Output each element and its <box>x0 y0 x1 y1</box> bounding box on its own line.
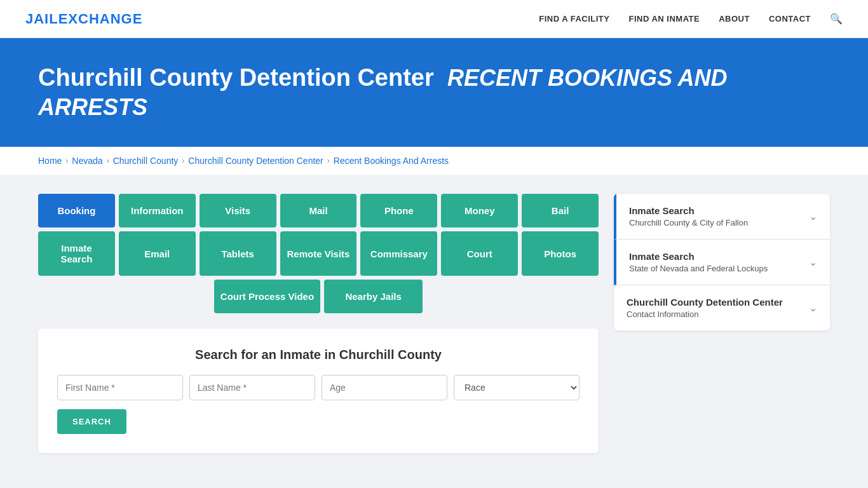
breadcrumb-nevada[interactable]: Nevada <box>72 156 102 166</box>
btn-bail[interactable]: Bail <box>522 194 599 227</box>
breadcrumb-current: Recent Bookings And Arrests <box>334 156 449 166</box>
logo-part2: EXCHANGE <box>58 11 143 27</box>
sidebar-item-1-title: Inmate Search <box>629 251 768 262</box>
sidebar-item-2-sub: Contact Information <box>627 309 783 319</box>
age-input[interactable] <box>322 375 447 400</box>
sidebar-item-0-sub: Churchill County & City of Fallon <box>629 218 748 227</box>
chevron-down-icon-0: ⌄ <box>809 210 817 222</box>
sidebar-item-2[interactable]: Churchill County Detention Center Contac… <box>614 285 830 330</box>
btn-nearby-jails[interactable]: Nearby Jails <box>324 280 423 313</box>
btn-tablets[interactable]: Tablets <box>200 231 276 276</box>
hero-title-main: Churchill County Detention Center <box>38 64 434 91</box>
chevron-down-icon-2: ⌄ <box>809 302 817 314</box>
button-grid: Booking Information Visits Mail Phone Mo… <box>38 194 599 313</box>
btn-photos[interactable]: Photos <box>522 231 599 276</box>
main-content: Booking Information Visits Mail Phone Mo… <box>0 175 868 472</box>
breadcrumb-sep-3: › <box>327 156 330 165</box>
nav-find-facility[interactable]: FIND A FACILITY <box>539 14 609 24</box>
btn-information[interactable]: Information <box>119 194 196 227</box>
breadcrumb-home[interactable]: Home <box>38 156 62 166</box>
sidebar-item-1[interactable]: Inmate Search State of Nevada and Federa… <box>614 240 830 285</box>
btn-money[interactable]: Money <box>441 194 518 227</box>
sidebar-item-2-title: Churchill County Detention Center <box>627 297 783 308</box>
page-title: Churchill County Detention Center RECENT… <box>38 64 830 121</box>
btn-booking[interactable]: Booking <box>38 194 115 227</box>
sidebar-item-0[interactable]: Inmate Search Churchill County & City of… <box>614 194 830 240</box>
nav-find-inmate[interactable]: FIND AN INMATE <box>628 14 700 24</box>
hero-section: Churchill County Detention Center RECENT… <box>0 38 868 147</box>
nav-links: FIND A FACILITY FIND AN INMATE ABOUT CON… <box>539 13 843 25</box>
button-row-3: Court Process Video Nearby Jails <box>38 280 599 313</box>
nav-about[interactable]: ABOUT <box>719 14 750 24</box>
sidebar-item-1-sub: State of Nevada and Federal Lockups <box>629 264 768 273</box>
btn-remote-visits[interactable]: Remote Visits <box>280 231 357 276</box>
breadcrumb-detention[interactable]: Churchill County Detention Center <box>188 156 323 166</box>
breadcrumb-sep-2: › <box>182 156 184 165</box>
btn-inmate-search[interactable]: Inmate Search <box>38 231 115 276</box>
sidebar-item-0-title: Inmate Search <box>629 205 748 216</box>
btn-commissary[interactable]: Commissary <box>360 231 437 276</box>
breadcrumb: Home › Nevada › Churchill County › Churc… <box>0 147 868 175</box>
last-name-input[interactable] <box>189 375 315 400</box>
breadcrumb-sep-1: › <box>107 156 109 165</box>
btn-court-process-video[interactable]: Court Process Video <box>214 280 320 313</box>
search-form-row: Race <box>57 375 580 400</box>
first-name-input[interactable] <box>57 375 183 400</box>
race-select[interactable]: Race <box>454 375 580 400</box>
navbar: JAILEXCHANGE FIND A FACILITY FIND AN INM… <box>0 0 868 38</box>
btn-court[interactable]: Court <box>441 231 518 276</box>
left-column: Booking Information Visits Mail Phone Mo… <box>38 194 599 453</box>
breadcrumb-county[interactable]: Churchill County <box>113 156 179 166</box>
nav-contact[interactable]: CONTACT <box>769 14 811 24</box>
btn-visits[interactable]: Visits <box>200 194 276 227</box>
search-button[interactable]: SEARCH <box>57 409 126 434</box>
btn-mail[interactable]: Mail <box>280 194 357 227</box>
btn-phone[interactable]: Phone <box>360 194 437 227</box>
right-sidebar: Inmate Search Churchill County & City of… <box>614 194 830 330</box>
btn-email[interactable]: Email <box>119 231 196 276</box>
logo[interactable]: JAILEXCHANGE <box>25 11 142 27</box>
chevron-down-icon-1: ⌄ <box>809 256 817 268</box>
sidebar-card: Inmate Search Churchill County & City of… <box>614 194 830 330</box>
search-icon[interactable]: 🔍 <box>830 13 843 25</box>
button-row-1: Booking Information Visits Mail Phone Mo… <box>38 194 599 227</box>
button-row-2: Inmate Search Email Tablets Remote Visit… <box>38 231 599 276</box>
search-title: Search for an Inmate in Churchill County <box>57 348 580 362</box>
breadcrumb-sep-0: › <box>65 156 68 165</box>
inmate-search-box: Search for an Inmate in Churchill County… <box>38 329 599 453</box>
logo-part1: JAIL <box>25 11 58 27</box>
